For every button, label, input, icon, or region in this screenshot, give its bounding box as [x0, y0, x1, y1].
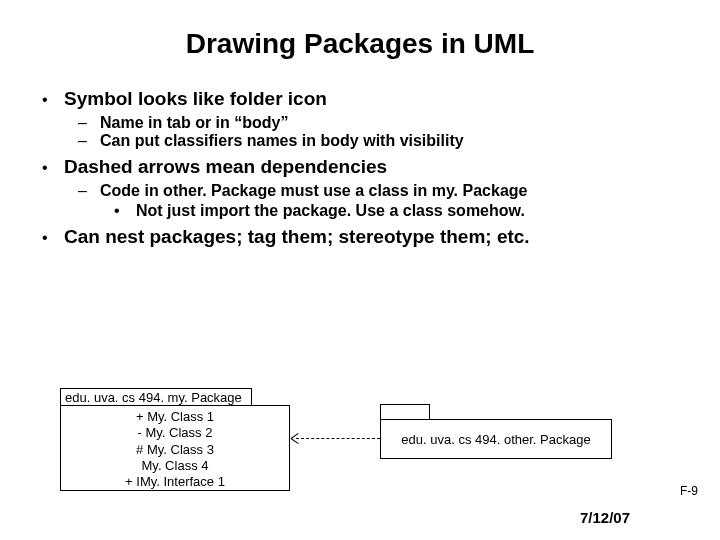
bullet-text: Symbol looks like folder icon — [64, 88, 327, 110]
package1-body: + My. Class 1 - My. Class 2 # My. Class … — [60, 405, 290, 491]
class-item: # My. Class 3 — [61, 442, 289, 458]
bullet-text: Dashed arrows mean dependencies — [64, 156, 387, 178]
subbullet-text: Code in other. Package must use a class … — [100, 182, 527, 200]
class-item: + My. Class 1 — [61, 409, 289, 425]
subbullet-text: Name in tab or in “body” — [100, 114, 288, 132]
bullet-icon: • — [114, 202, 136, 220]
bullet-icon: • — [42, 159, 64, 177]
slide-number: F-9 — [680, 484, 698, 498]
dependency-arrow-head-icon — [291, 432, 303, 444]
slide-content: • Symbol looks like folder icon – Name i… — [0, 88, 720, 248]
class-item: My. Class 4 — [61, 458, 289, 474]
slide-title: Drawing Packages in UML — [0, 28, 720, 60]
bullet-icon: • — [42, 229, 64, 247]
dash-icon: – — [78, 114, 100, 132]
bullet-text: Can nest packages; tag them; stereotype … — [64, 226, 530, 248]
package2-body: edu. uva. cs 494. other. Package — [380, 419, 612, 459]
slide-date: 7/12/07 — [580, 509, 630, 526]
dependency-arrow-line — [296, 438, 380, 439]
uml-diagram: edu. uva. cs 494. my. Package + My. Clas… — [48, 388, 668, 503]
class-item: + IMy. Interface 1 — [61, 474, 289, 490]
dash-icon: – — [78, 132, 100, 150]
package2-tab — [380, 404, 430, 420]
package1-tab: edu. uva. cs 494. my. Package — [60, 388, 252, 406]
class-item: - My. Class 2 — [61, 425, 289, 441]
subbullet-text: Can put classifiers names in body with v… — [100, 132, 464, 150]
bullet-icon: • — [42, 91, 64, 109]
subsubbullet-text: Not just import the package. Use a class… — [136, 202, 525, 220]
dash-icon: – — [78, 182, 100, 200]
